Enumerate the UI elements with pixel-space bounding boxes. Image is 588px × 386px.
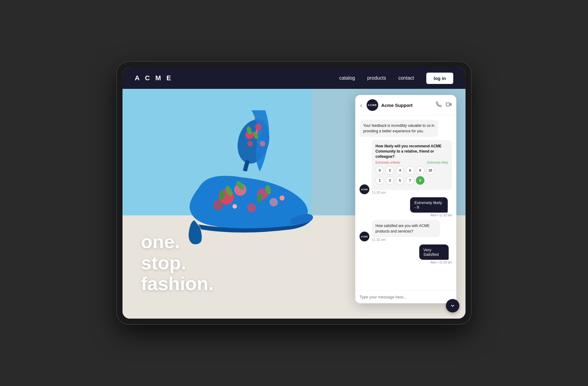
- acme-avatar: ACME: [360, 184, 369, 194]
- nps-btn-1[interactable]: 1: [375, 176, 384, 185]
- chat-input[interactable]: [360, 295, 452, 299]
- nps-btn-4[interactable]: 4: [396, 166, 404, 175]
- nps-row-even: 0 2 4 6 8 10: [375, 166, 448, 175]
- nps-labels: Extremely unlikely Extremely likely: [375, 161, 448, 164]
- chat-input-area: [355, 290, 456, 303]
- user-time-nps: Alex • 11:32 am: [410, 214, 452, 217]
- tablet-screen: A C M E catalog products contact log in: [123, 67, 466, 319]
- nps-label-unlikely: Extremely unlikely: [375, 161, 400, 164]
- msg-feedback-text: Your feedback is incredibly valuable to …: [360, 120, 438, 137]
- nav-links: catalog products contact log in: [339, 73, 453, 84]
- satisfaction-time: 11:32 am: [372, 238, 452, 241]
- nps-btn-0[interactable]: 0: [375, 166, 384, 175]
- nps-btn-10[interactable]: 10: [426, 166, 435, 175]
- satisfaction-msg-container: ACME How satisfied are you with ACME pro…: [360, 220, 452, 241]
- svg-point-21: [255, 124, 262, 131]
- svg-point-20: [280, 195, 285, 200]
- user-bubble-satisfied: Very Satisfied: [419, 244, 449, 260]
- chat-header: ‹ ACME Acme Support: [355, 95, 456, 115]
- svg-marker-24: [450, 103, 451, 106]
- hero-line3: fashion.: [141, 273, 214, 294]
- chat-title: Acme Support: [381, 103, 433, 108]
- nav-products[interactable]: products: [367, 75, 386, 81]
- chat-back-button[interactable]: ‹: [360, 102, 362, 109]
- user-reply-satisfied: Very Satisfied Alex • 11:33 am: [419, 244, 452, 264]
- video-icon[interactable]: [446, 102, 451, 109]
- nps-row-odd: 1 3 5 7 9: [375, 176, 448, 185]
- navbar: A C M E catalog products contact log in: [123, 67, 466, 89]
- user-time-satisfied: Alex • 11:33 am: [419, 261, 452, 264]
- nps-label-likely: Extremely likely: [427, 161, 448, 164]
- nps-question: How likely will you recommend ACME Commu…: [375, 144, 448, 159]
- svg-rect-7: [243, 160, 250, 172]
- nav-catalog[interactable]: catalog: [339, 75, 355, 81]
- chat-widget: ‹ ACME Acme Support: [355, 95, 456, 303]
- user-bubble-nps: Extremely likely - 9: [410, 197, 448, 213]
- svg-point-11: [213, 200, 223, 210]
- svg-point-19: [232, 204, 237, 209]
- nps-btn-8[interactable]: 8: [416, 166, 424, 175]
- hero-line2: stop.: [141, 252, 214, 273]
- nps-btn-6[interactable]: 6: [406, 166, 414, 175]
- nps-btn-9[interactable]: 9: [416, 176, 424, 185]
- acme-avatar-2: ACME: [360, 232, 369, 241]
- phone-icon[interactable]: [436, 102, 442, 109]
- login-button[interactable]: log in: [426, 73, 453, 84]
- hero-text: one. stop. fashion.: [141, 231, 214, 294]
- chat-body: Your feedback is incredibly valuable to …: [355, 115, 456, 290]
- chat-action-icons: [436, 102, 451, 109]
- svg-point-12: [270, 198, 278, 206]
- nps-btn-7[interactable]: 7: [406, 176, 414, 185]
- svg-rect-25: [446, 103, 450, 106]
- hero-line1: one.: [141, 231, 214, 252]
- nps-msg-container: ACME How likely will you recommend ACME …: [360, 140, 452, 194]
- svg-point-22: [260, 141, 265, 146]
- svg-point-13: [247, 203, 256, 212]
- brand-logo: A C M E: [135, 74, 173, 82]
- nps-section: How likely will you recommend ACME Commu…: [372, 140, 452, 190]
- tablet-frame: A C M E catalog products contact log in: [116, 61, 472, 325]
- user-reply-nps: Extremely likely - 9 Alex • 11:32 am: [410, 197, 452, 217]
- nps-btn-5[interactable]: 5: [396, 176, 404, 185]
- chat-avatar: ACME: [367, 99, 378, 111]
- nps-time: 11:30 am: [372, 191, 452, 194]
- satisfaction-question: How satisfied are you with ACME products…: [372, 220, 440, 237]
- nps-btn-3[interactable]: 3: [386, 176, 394, 185]
- nps-btn-2[interactable]: 2: [386, 166, 394, 175]
- nav-contact[interactable]: contact: [398, 75, 414, 81]
- scroll-down-button[interactable]: [446, 299, 459, 312]
